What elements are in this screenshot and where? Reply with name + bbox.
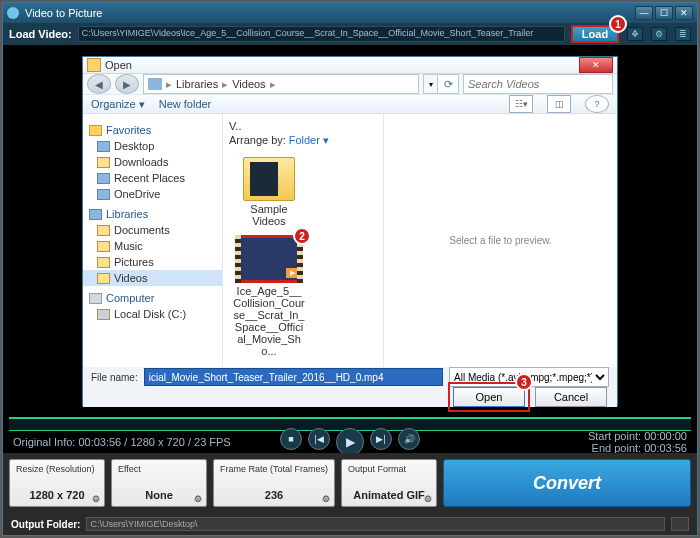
resize-label: Resize (Resolution) [16, 464, 98, 474]
load-button[interactable]: Load 1 [571, 25, 619, 43]
folder-icon [87, 58, 101, 72]
load-bar: Load Video: C:\Users\YIMIGE\Videos\Ice_A… [3, 23, 697, 45]
effect-value: None [145, 489, 173, 501]
format-label: Output Format [348, 464, 430, 474]
list-icon[interactable]: ≣ [675, 27, 691, 41]
library-icon [148, 78, 162, 90]
gear-icon[interactable]: ⚙ [424, 494, 432, 504]
app-icon [7, 7, 19, 19]
dialog-title: Open [105, 59, 579, 71]
playback-controls: ■ |◀ ▶ ▶| 🔊 [280, 428, 420, 456]
video-thumbnail: ▶ [235, 235, 303, 283]
load-button-label: Load [582, 28, 608, 40]
arrange-dropdown[interactable]: Folder ▾ [289, 134, 329, 146]
open-dialog: Open ✕ ◀ ▶ ▸ Libraries▸ Videos▸ ▾ ⟳ Orga… [82, 56, 618, 406]
output-label: Output Folder: [11, 519, 80, 530]
cancel-button[interactable]: Cancel [535, 387, 607, 407]
frame-label: Frame Rate (Total Frames) [220, 464, 328, 474]
refresh-button[interactable]: ⟳ [437, 74, 459, 94]
back-button[interactable]: ◀ [87, 74, 111, 94]
folder-label: Sample Videos [250, 203, 287, 227]
tag-icon[interactable]: ❖ [627, 27, 643, 41]
path-dropdown[interactable]: ▾ [423, 74, 437, 94]
open-button[interactable]: Open [453, 387, 525, 407]
arrange-by: Arrange by: Folder ▾ [229, 134, 377, 147]
filename-input[interactable] [144, 368, 443, 386]
search-input[interactable] [463, 74, 613, 94]
tree-music[interactable]: Music [83, 238, 222, 254]
tree-favorites[interactable]: Favorites [83, 122, 222, 138]
titlebar: Video to Picture — ☐ ✕ [3, 3, 697, 23]
breadcrumb[interactable]: ▸ Libraries▸ Videos▸ [143, 74, 419, 94]
options-panels: Resize (Resolution) 1280 x 720⚙ Effect N… [3, 453, 697, 513]
tree-onedrive[interactable]: OneDrive [83, 186, 222, 202]
dialog-body: Favorites Desktop Downloads Recent Place… [83, 114, 617, 367]
load-label: Load Video: [9, 28, 72, 40]
annotation-badge-3: 3 [515, 373, 533, 391]
prev-button[interactable]: |◀ [308, 428, 330, 450]
annotation-badge-2: 2 [293, 227, 311, 245]
gear-icon[interactable]: ⚙ [322, 494, 330, 504]
view-mode-button[interactable]: ☷▾ [509, 95, 533, 113]
tree-pictures[interactable]: Pictures [83, 254, 222, 270]
dialog-close-button[interactable]: ✕ [579, 57, 613, 73]
maximize-button[interactable]: ☐ [655, 6, 673, 20]
tree-local-disk-c[interactable]: Local Disk (C:) [83, 306, 222, 322]
crumb-libraries[interactable]: Libraries [176, 78, 218, 90]
frame-value: 236 [265, 489, 283, 501]
crumb-videos[interactable]: Videos [232, 78, 265, 90]
start-point: Start point: 00:00:00 [420, 430, 687, 442]
forward-button[interactable]: ▶ [115, 74, 139, 94]
format-value: Animated GIF [353, 489, 425, 501]
play-button[interactable]: ▶ [336, 428, 364, 456]
close-button[interactable]: ✕ [675, 6, 693, 20]
help-button[interactable]: ? [585, 95, 609, 113]
tree-computer[interactable]: Computer [83, 290, 222, 306]
minimize-button[interactable]: — [635, 6, 653, 20]
filename-row: File name: All Media (*.avi;*.mpg;*.mpeg… [83, 367, 617, 387]
footer: Output Folder: C:\Users\YIMIGE\Desktop\ [3, 513, 697, 535]
new-folder-button[interactable]: New folder [159, 98, 212, 110]
tree-videos[interactable]: Videos [83, 270, 222, 286]
tree-desktop[interactable]: Desktop [83, 138, 222, 154]
dialog-toolbar: Organize ▾ New folder ☷▾ ◫ ? [83, 95, 617, 114]
tree-downloads[interactable]: Downloads [83, 154, 222, 170]
folder-icon [243, 157, 295, 201]
nav-tree: Favorites Desktop Downloads Recent Place… [83, 114, 223, 367]
settings-icon[interactable]: ⚙ [651, 27, 667, 41]
video-label: Ice_Age_5__Collision_Course__Scrat_In_Sp… [233, 285, 305, 357]
frame-panel[interactable]: Frame Rate (Total Frames) 236⚙ [213, 459, 335, 507]
tree-documents[interactable]: Documents [83, 222, 222, 238]
app-title: Video to Picture [25, 7, 635, 19]
file-list: V.. Arrange by: Folder ▾ Sample Videos ▶… [223, 114, 383, 367]
preview-pane: Select a file to preview. [383, 114, 617, 367]
effect-panel[interactable]: Effect None⚙ [111, 459, 207, 507]
tree-libraries[interactable]: Libraries [83, 206, 222, 222]
preview-pane-button[interactable]: ◫ [547, 95, 571, 113]
video-item[interactable]: ▶ 2 Ice_Age_5__Collision_Course__Scrat_I… [233, 235, 305, 357]
resize-panel[interactable]: Resize (Resolution) 1280 x 720⚙ [9, 459, 105, 507]
annotation-badge-1: 1 [609, 15, 627, 33]
volume-button[interactable]: 🔊 [398, 428, 420, 450]
info-row: Original Info: 00:03:56 / 1280 x 720 / 2… [3, 431, 697, 453]
stop-button[interactable]: ■ [280, 428, 302, 450]
play-overlay-icon: ▶ [286, 268, 298, 278]
organize-menu[interactable]: Organize ▾ [91, 98, 145, 111]
load-path[interactable]: C:\Users\YIMIGE\Videos\Ice_Age_5__Collis… [78, 26, 565, 42]
output-path[interactable]: C:\Users\YIMIGE\Desktop\ [86, 517, 665, 531]
filename-label: File name: [91, 372, 138, 383]
dialog-buttons: Open 3 Cancel [83, 387, 617, 407]
dialog-header: Open ✕ [83, 57, 617, 74]
file-area: V.. Arrange by: Folder ▾ Sample Videos ▶… [223, 114, 617, 367]
next-button[interactable]: ▶| [370, 428, 392, 450]
original-info: Original Info: 00:03:56 / 1280 x 720 / 2… [13, 436, 280, 448]
resize-value: 1280 x 720 [29, 489, 84, 501]
format-panel[interactable]: Output Format Animated GIF⚙ [341, 459, 437, 507]
browse-output-button[interactable] [671, 517, 689, 531]
tree-recent[interactable]: Recent Places [83, 170, 222, 186]
folder-item[interactable]: Sample Videos [233, 157, 305, 227]
convert-button[interactable]: Convert [443, 459, 691, 507]
effect-label: Effect [118, 464, 200, 474]
gear-icon[interactable]: ⚙ [194, 494, 202, 504]
gear-icon[interactable]: ⚙ [92, 494, 100, 504]
